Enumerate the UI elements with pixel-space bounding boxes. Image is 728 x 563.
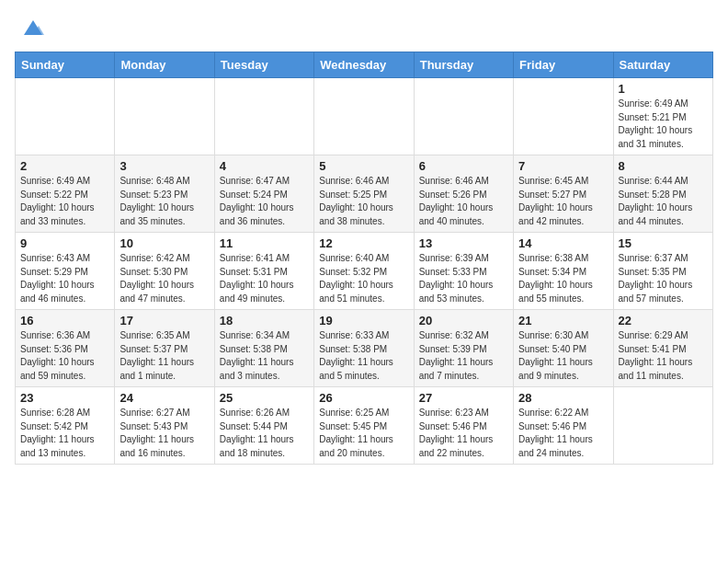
- day-info: Sunrise: 6:43 AM Sunset: 5:29 PM Dayligh…: [20, 252, 109, 305]
- day-number: 28: [518, 391, 608, 405]
- day-number: 21: [518, 314, 608, 327]
- calendar-cell: 24Sunrise: 6:27 AM Sunset: 5:43 PM Dayli…: [115, 387, 214, 465]
- calendar-cell: 28Sunrise: 6:22 AM Sunset: 5:46 PM Dayli…: [514, 387, 613, 465]
- day-number: 24: [119, 391, 209, 405]
- day-info: Sunrise: 6:42 AM Sunset: 5:30 PM Dayligh…: [119, 252, 209, 305]
- day-number: 9: [20, 236, 109, 250]
- calendar-cell: 10Sunrise: 6:42 AM Sunset: 5:30 PM Dayli…: [115, 233, 214, 310]
- calendar-cell: 18Sunrise: 6:34 AM Sunset: 5:38 PM Dayli…: [214, 310, 313, 387]
- weekday-header-thursday: Thursday: [414, 52, 513, 78]
- day-info: Sunrise: 6:28 AM Sunset: 5:42 PM Dayligh…: [20, 407, 109, 460]
- weekday-header-monday: Monday: [115, 52, 214, 78]
- day-info: Sunrise: 6:25 AM Sunset: 5:45 PM Dayligh…: [319, 407, 408, 460]
- calendar-cell: 14Sunrise: 6:38 AM Sunset: 5:34 PM Dayli…: [514, 233, 613, 310]
- calendar-cell: 5Sunrise: 6:46 AM Sunset: 5:25 PM Daylig…: [314, 155, 414, 233]
- calendar-cell: 9Sunrise: 6:43 AM Sunset: 5:29 PM Daylig…: [16, 233, 115, 310]
- day-info: Sunrise: 6:22 AM Sunset: 5:46 PM Dayligh…: [518, 407, 608, 460]
- calendar-cell: 1Sunrise: 6:49 AM Sunset: 5:21 PM Daylig…: [613, 78, 712, 155]
- day-number: 15: [619, 236, 708, 250]
- calendar-cell: [115, 78, 214, 155]
- day-info: Sunrise: 6:23 AM Sunset: 5:46 PM Dayligh…: [419, 407, 508, 460]
- calendar-cell: [613, 387, 712, 465]
- day-info: Sunrise: 6:49 AM Sunset: 5:21 PM Dayligh…: [619, 98, 708, 151]
- day-number: 10: [119, 236, 209, 250]
- calendar-cell: 25Sunrise: 6:26 AM Sunset: 5:44 PM Dayli…: [214, 387, 313, 465]
- calendar-cell: 6Sunrise: 6:46 AM Sunset: 5:26 PM Daylig…: [414, 155, 513, 233]
- calendar-cell: 19Sunrise: 6:33 AM Sunset: 5:38 PM Dayli…: [314, 310, 414, 387]
- day-info: Sunrise: 6:34 AM Sunset: 5:38 PM Dayligh…: [220, 329, 309, 383]
- calendar-cell: 23Sunrise: 6:28 AM Sunset: 5:42 PM Dayli…: [16, 387, 115, 465]
- day-info: Sunrise: 6:39 AM Sunset: 5:33 PM Dayligh…: [419, 252, 508, 305]
- day-number: 8: [619, 159, 708, 173]
- calendar-week-row: 23Sunrise: 6:28 AM Sunset: 5:42 PM Dayli…: [16, 387, 713, 465]
- page-header: [15, 15, 713, 40]
- calendar-cell: 4Sunrise: 6:47 AM Sunset: 5:24 PM Daylig…: [214, 155, 313, 233]
- day-info: Sunrise: 6:41 AM Sunset: 5:31 PM Dayligh…: [220, 252, 309, 305]
- day-number: 17: [119, 314, 209, 327]
- calendar-week-row: 9Sunrise: 6:43 AM Sunset: 5:29 PM Daylig…: [16, 233, 713, 310]
- calendar-cell: 27Sunrise: 6:23 AM Sunset: 5:46 PM Dayli…: [414, 387, 513, 465]
- day-number: 6: [419, 159, 508, 173]
- day-number: 12: [319, 236, 408, 250]
- day-number: 4: [220, 159, 309, 173]
- day-number: 16: [20, 314, 109, 327]
- day-number: 26: [319, 391, 408, 405]
- day-number: 19: [319, 314, 408, 327]
- day-number: 22: [619, 314, 708, 327]
- day-number: 11: [220, 236, 309, 250]
- day-number: 20: [419, 314, 508, 327]
- calendar-cell: 12Sunrise: 6:40 AM Sunset: 5:32 PM Dayli…: [314, 233, 414, 310]
- day-info: Sunrise: 6:44 AM Sunset: 5:28 PM Dayligh…: [619, 175, 708, 228]
- day-info: Sunrise: 6:30 AM Sunset: 5:40 PM Dayligh…: [518, 329, 608, 383]
- calendar-cell: 15Sunrise: 6:37 AM Sunset: 5:35 PM Dayli…: [613, 233, 712, 310]
- day-info: Sunrise: 6:37 AM Sunset: 5:35 PM Dayligh…: [619, 252, 708, 305]
- calendar-table: SundayMondayTuesdayWednesdayThursdayFrid…: [15, 52, 713, 465]
- day-number: 18: [220, 314, 309, 327]
- calendar-cell: 8Sunrise: 6:44 AM Sunset: 5:28 PM Daylig…: [613, 155, 712, 233]
- calendar-cell: 22Sunrise: 6:29 AM Sunset: 5:41 PM Dayli…: [613, 310, 712, 387]
- calendar-cell: 3Sunrise: 6:48 AM Sunset: 5:23 PM Daylig…: [115, 155, 214, 233]
- day-info: Sunrise: 6:27 AM Sunset: 5:43 PM Dayligh…: [119, 407, 209, 460]
- day-info: Sunrise: 6:33 AM Sunset: 5:38 PM Dayligh…: [319, 329, 408, 383]
- day-info: Sunrise: 6:36 AM Sunset: 5:36 PM Dayligh…: [20, 329, 109, 383]
- calendar-cell: 7Sunrise: 6:45 AM Sunset: 5:27 PM Daylig…: [514, 155, 613, 233]
- logo-icon: [20, 15, 46, 40]
- day-info: Sunrise: 6:38 AM Sunset: 5:34 PM Dayligh…: [518, 252, 608, 305]
- calendar-week-row: 2Sunrise: 6:49 AM Sunset: 5:22 PM Daylig…: [16, 155, 713, 233]
- calendar-cell: 2Sunrise: 6:49 AM Sunset: 5:22 PM Daylig…: [16, 155, 115, 233]
- weekday-header-saturday: Saturday: [613, 52, 712, 78]
- calendar-week-row: 1Sunrise: 6:49 AM Sunset: 5:21 PM Daylig…: [16, 78, 713, 155]
- day-info: Sunrise: 6:47 AM Sunset: 5:24 PM Dayligh…: [220, 175, 309, 228]
- day-info: Sunrise: 6:48 AM Sunset: 5:23 PM Dayligh…: [119, 175, 209, 228]
- day-number: 5: [319, 159, 408, 173]
- logo: [15, 15, 46, 40]
- calendar-cell: [214, 78, 313, 155]
- day-number: 14: [518, 236, 608, 250]
- calendar-cell: 13Sunrise: 6:39 AM Sunset: 5:33 PM Dayli…: [414, 233, 513, 310]
- calendar-cell: [16, 78, 115, 155]
- calendar-week-row: 16Sunrise: 6:36 AM Sunset: 5:36 PM Dayli…: [16, 310, 713, 387]
- weekday-header-sunday: Sunday: [16, 52, 115, 78]
- calendar-cell: [414, 78, 513, 155]
- day-number: 25: [220, 391, 309, 405]
- calendar-header-row: SundayMondayTuesdayWednesdayThursdayFrid…: [16, 52, 713, 78]
- calendar-cell: 20Sunrise: 6:32 AM Sunset: 5:39 PM Dayli…: [414, 310, 513, 387]
- day-info: Sunrise: 6:45 AM Sunset: 5:27 PM Dayligh…: [518, 175, 608, 228]
- day-number: 23: [20, 391, 109, 405]
- day-number: 1: [619, 82, 708, 96]
- day-number: 3: [119, 159, 209, 173]
- weekday-header-wednesday: Wednesday: [314, 52, 414, 78]
- calendar-cell: 21Sunrise: 6:30 AM Sunset: 5:40 PM Dayli…: [514, 310, 613, 387]
- day-info: Sunrise: 6:40 AM Sunset: 5:32 PM Dayligh…: [319, 252, 408, 305]
- calendar-cell: 17Sunrise: 6:35 AM Sunset: 5:37 PM Dayli…: [115, 310, 214, 387]
- day-number: 7: [518, 159, 608, 173]
- calendar-cell: 16Sunrise: 6:36 AM Sunset: 5:36 PM Dayli…: [16, 310, 115, 387]
- day-info: Sunrise: 6:32 AM Sunset: 5:39 PM Dayligh…: [419, 329, 508, 383]
- calendar-cell: 11Sunrise: 6:41 AM Sunset: 5:31 PM Dayli…: [214, 233, 313, 310]
- day-number: 2: [20, 159, 109, 173]
- weekday-header-tuesday: Tuesday: [214, 52, 313, 78]
- weekday-header-friday: Friday: [514, 52, 613, 78]
- calendar-cell: [514, 78, 613, 155]
- day-number: 13: [419, 236, 508, 250]
- calendar-cell: [314, 78, 414, 155]
